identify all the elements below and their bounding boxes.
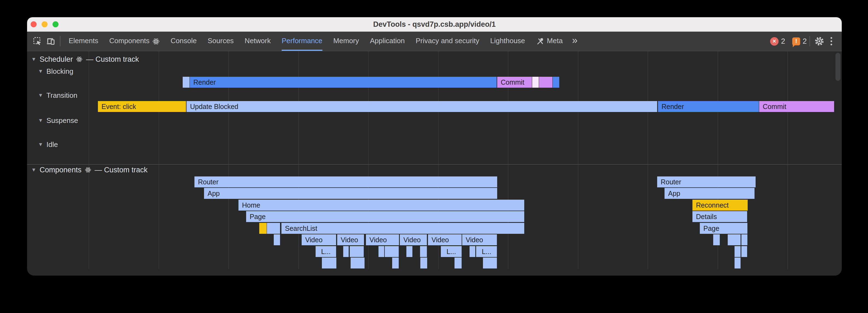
tab-application[interactable]: Application	[365, 32, 410, 51]
flame-bar-update-blocked[interactable]: Update Blocked	[187, 101, 657, 112]
track-header-components[interactable]: ▼ Components — Custom track	[31, 166, 147, 174]
flame-bar[interactable]	[741, 234, 747, 245]
collapse-triangle-icon[interactable]: ▼	[31, 167, 36, 173]
flame-bar-reconnect[interactable]: Reconnect	[692, 200, 748, 211]
flame-bar-render[interactable]: Render	[190, 77, 497, 88]
tab-components[interactable]: Components	[104, 32, 165, 51]
collapse-triangle-icon[interactable]: ▼	[38, 141, 43, 147]
error-badge[interactable]: × 2	[770, 37, 785, 46]
track-header-scheduler[interactable]: ▼ Scheduler — Custom track	[31, 55, 139, 64]
flame-bar[interactable]	[539, 77, 552, 88]
flame-bar-details[interactable]: Details	[692, 211, 747, 222]
close-window-button[interactable]	[31, 21, 37, 27]
flame-bar[interactable]	[735, 257, 741, 269]
flame-bar-label: Page	[700, 224, 719, 233]
flame-bar-router[interactable]: Router	[657, 176, 755, 187]
flame-bar[interactable]	[183, 77, 189, 88]
tab-sources[interactable]: Sources	[202, 32, 239, 51]
flame-bar-label: Update Blocked	[187, 103, 239, 111]
flame-bar[interactable]	[741, 246, 747, 257]
flame-bar[interactable]	[343, 246, 349, 257]
flame-bar[interactable]	[713, 234, 720, 245]
flame-bar-video[interactable]: Video	[462, 234, 497, 245]
fullscreen-window-button[interactable]	[53, 21, 59, 27]
flame-bar-app[interactable]: App	[204, 188, 497, 199]
tab-lighthouse[interactable]: Lighthouse	[485, 32, 530, 51]
flame-bar-video[interactable]: Video	[337, 234, 364, 245]
scheduler-row-transition[interactable]: ▼ Transition	[38, 91, 78, 100]
flame-bar-event-click[interactable]: Event: click	[98, 101, 186, 112]
flame-bar[interactable]	[406, 246, 412, 257]
flame-bar[interactable]	[735, 246, 741, 257]
toolbar-divider	[60, 36, 60, 46]
flame-bar[interactable]	[553, 77, 559, 88]
scheduler-row-idle[interactable]: ▼ Idle	[38, 140, 58, 149]
device-toolbar-icon[interactable]	[44, 32, 57, 51]
scheduler-row-blocking[interactable]: ▼ Blocking	[38, 67, 73, 76]
flame-bar[interactable]	[385, 246, 399, 257]
flame-bar-l[interactable]: L...	[476, 246, 497, 257]
flame-bar[interactable]	[378, 246, 384, 257]
flame-bar-label: L...	[321, 248, 331, 256]
flame-bar-label: Router	[657, 178, 681, 186]
flame-bar-router[interactable]: Router	[194, 176, 497, 187]
flame-bar[interactable]	[532, 77, 539, 88]
flame-bar-video[interactable]: Video	[302, 234, 336, 245]
flame-bar-render[interactable]: Render	[658, 101, 759, 112]
tab-elements[interactable]: Elements	[63, 32, 104, 51]
flame-bar-label: L...	[482, 248, 491, 256]
tab-console[interactable]: Console	[165, 32, 202, 51]
collapse-triangle-icon[interactable]: ▼	[38, 68, 43, 74]
vertical-scrollbar-thumb[interactable]	[835, 53, 840, 81]
flame-bar-l[interactable]: L...	[441, 246, 462, 257]
collapse-triangle-icon[interactable]: ▼	[38, 92, 43, 98]
flame-bar[interactable]	[267, 223, 280, 234]
collapse-triangle-icon[interactable]: ▼	[38, 117, 43, 124]
warning-count: 2	[803, 37, 807, 46]
settings-gear-icon[interactable]	[813, 32, 826, 51]
tools-icon	[536, 37, 544, 45]
inspect-element-icon[interactable]	[31, 32, 44, 51]
tab-network[interactable]: Network	[239, 32, 276, 51]
warning-badge[interactable]: ! 2	[792, 37, 807, 46]
flame-bar-home[interactable]: Home	[239, 200, 524, 211]
flame-bar-page[interactable]: Page	[700, 223, 747, 234]
scheduler-row-suspense[interactable]: ▼ Suspense	[38, 116, 78, 125]
flame-bar[interactable]	[350, 246, 364, 257]
flame-bar[interactable]	[728, 234, 741, 245]
flame-bar[interactable]	[274, 234, 280, 245]
more-tabs-chevron[interactable]: »	[568, 35, 581, 46]
flame-bar-label: Home	[239, 201, 260, 209]
flame-bar[interactable]	[420, 257, 427, 269]
flame-bar-commit[interactable]: Commit	[759, 101, 834, 112]
flame-bar-commit[interactable]: Commit	[497, 77, 532, 88]
flame-bar[interactable]	[470, 246, 475, 257]
track-suffix: — Custom track	[86, 55, 139, 64]
tab-label: Privacy and security	[416, 32, 479, 51]
collapse-triangle-icon[interactable]: ▼	[31, 56, 36, 62]
flame-bar[interactable]	[392, 257, 399, 269]
tab-memory[interactable]: Memory	[328, 32, 365, 51]
flame-bar[interactable]	[259, 223, 267, 234]
flame-bar-video[interactable]: Video	[366, 234, 399, 245]
tab-label: Network	[245, 32, 271, 51]
flame-bar[interactable]	[483, 257, 497, 269]
flame-bar-video[interactable]: Video	[400, 234, 427, 245]
flame-bar-video[interactable]: Video	[428, 234, 462, 245]
kebab-menu-icon[interactable]	[826, 32, 837, 51]
minimize-window-button[interactable]	[41, 21, 48, 27]
tab-privacy-and-security[interactable]: Privacy and security	[410, 32, 485, 51]
flame-bar-page[interactable]: Page	[246, 211, 524, 222]
tab-performance[interactable]: Performance	[276, 32, 328, 51]
error-count: 2	[781, 37, 785, 46]
flame-bar[interactable]	[455, 257, 462, 269]
flame-bar-l[interactable]: L...	[316, 246, 336, 257]
tab-meta[interactable]: Meta	[530, 32, 568, 51]
flame-bar-searchlist[interactable]: SearchList	[281, 223, 524, 234]
flame-bar[interactable]	[350, 257, 365, 269]
flame-bar[interactable]	[322, 257, 336, 269]
flame-bar-app[interactable]: App	[664, 188, 754, 199]
flame-bar[interactable]	[420, 246, 427, 257]
time-gridline	[578, 51, 579, 269]
time-gridline	[787, 51, 788, 269]
